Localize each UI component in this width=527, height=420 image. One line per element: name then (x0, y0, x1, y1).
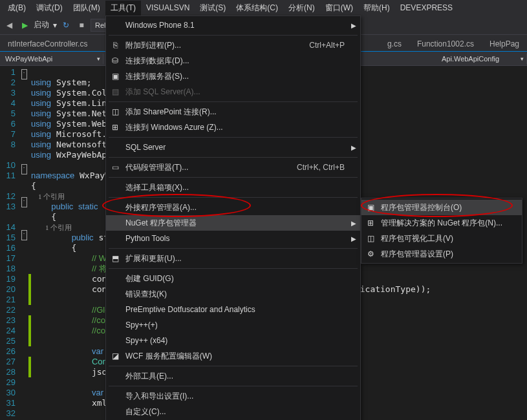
menu-label: Windows Phone 8.1 (125, 21, 195, 30)
refresh-icon[interactable]: ↻ (59, 19, 72, 32)
change-indicator (28, 315, 31, 346)
tools-menu-item[interactable]: ⊞连接到 Windows Azure (Z)... (106, 120, 360, 135)
namespace-dropdown[interactable]: WxPayWebApi (0, 54, 103, 64)
menu-label: Spy++(+) (125, 320, 158, 330)
menu-label: 连接到数据库(D)... (125, 56, 189, 67)
menu-test[interactable]: 测试(S) (195, 1, 231, 16)
tools-menu-item[interactable]: 外接程序管理器(A)... (106, 200, 360, 215)
tools-menu-item[interactable]: ▣连接到服务器(S)... (106, 68, 360, 84)
menu-icon: ▣ (365, 203, 376, 212)
tools-menu-item[interactable]: Python Tools▶ (106, 231, 360, 246)
menu-label: 程序包可视化工具(V) (381, 233, 453, 244)
menu-label: 自定义(C)... (125, 406, 166, 417)
file-tab[interactable]: HelpPag (482, 37, 527, 51)
nuget-submenu-item[interactable]: ⚙程序包管理器设置(P) (361, 246, 522, 262)
menu-label: 错误查找(K) (125, 289, 167, 300)
menu-label: WCF 服务配置编辑器(W) (125, 351, 212, 362)
file-tab[interactable]: Function1002.cs (409, 37, 482, 51)
menu-label: 添加 SharePoint 连接(R)... (125, 107, 217, 118)
menu-label: NuGet 程序包管理器 (125, 218, 197, 229)
menu-icon: ⊞ (365, 218, 376, 227)
menu-icon: ⚙ (365, 249, 376, 258)
menu-label: 附加到进程(P)... (125, 40, 181, 51)
menu-help[interactable]: 帮助(H) (358, 1, 395, 16)
tools-menu-item[interactable]: SQL Server▶ (106, 140, 360, 155)
menu-icon: ◫ (365, 234, 376, 243)
nuget-submenu: ▣程序包管理器控制台(O)⊞管理解决方案的 NuGet 程序包(N)...◫程序… (361, 198, 522, 264)
menu-label: 管理解决方案的 NuGet 程序包(N)... (381, 218, 502, 229)
fold-gutter[interactable]: - --- (19, 66, 28, 420)
tools-menu-item: ▤添加 SQL Server(A)... (106, 84, 360, 100)
menu-tools[interactable]: 工具(T) (105, 1, 141, 16)
class-dropdown[interactable]: Api.WebApiConfig (436, 54, 527, 64)
tools-menu-item[interactable]: 创建 GUID(G) (106, 271, 360, 286)
tools-menu-item[interactable]: 选择工具箱项(X)... (106, 180, 360, 195)
menu-label: 选择工具箱项(X)... (125, 182, 189, 193)
start-icon[interactable]: ▶ (18, 19, 31, 32)
menu-label: 连接到 Windows Azure (Z)... (125, 122, 223, 133)
menu-label: Spy++ (x64) (125, 336, 167, 345)
menu-debug[interactable]: 调试(D) (31, 1, 68, 16)
submenu-arrow-icon: ▶ (351, 144, 356, 151)
menu-team[interactable]: 团队(M) (68, 1, 105, 16)
menu-label: 添加 SQL Server(A)... (125, 87, 200, 98)
tools-menu-item[interactable]: NuGet 程序包管理器▶ (106, 215, 360, 231)
submenu-arrow-icon: ▶ (351, 235, 356, 242)
change-indicator (28, 274, 31, 305)
menu-shortcut: Ctrl+K, Ctrl+B (277, 163, 345, 172)
tools-menu: Windows Phone 8.1▶⎘附加到进程(P)...Ctrl+Alt+P… (105, 16, 361, 420)
menu-icon: ⊞ (110, 123, 120, 132)
tools-menu-item[interactable]: ⎘附加到进程(P)...Ctrl+Alt+P (106, 37, 360, 53)
menu-icon: ⛁ (110, 56, 120, 65)
line-gutter: 12345678 1011 1213 1415 1617181920212223… (0, 66, 19, 420)
menu-label: 创建 GUID(G) (125, 273, 174, 284)
tools-menu-item[interactable]: ⛁连接到数据库(D)... (106, 53, 360, 68)
menu-label: 扩展和更新(U)... (125, 253, 182, 264)
start-label[interactable]: 启动 (34, 19, 49, 30)
tools-menu-item[interactable]: 外部工具(E)... (106, 368, 360, 384)
stop-icon[interactable]: ■ (75, 19, 88, 32)
menu-icon: ⎘ (110, 41, 120, 50)
menu-label: Python Tools (125, 234, 170, 243)
menu-label: SQL Server (125, 143, 166, 152)
submenu-arrow-icon: ▶ (351, 22, 356, 29)
tools-menu-item[interactable]: ◪WCF 服务配置编辑器(W) (106, 348, 360, 364)
tools-menu-item[interactable]: Spy++ (x64) (106, 333, 360, 348)
menu-analyze[interactable]: 分析(N) (283, 1, 320, 16)
menu-label: 外接程序管理器(A)... (125, 202, 197, 213)
file-tab[interactable]: ntInterfaceController.cs (0, 37, 95, 51)
tools-menu-item[interactable]: PreEmptive Dotfuscator and Analytics (106, 302, 360, 317)
tools-menu-item[interactable]: 错误查找(K) (106, 286, 360, 302)
menu-label: 导入和导出设置(I)... (125, 391, 193, 402)
menu-icon: ◫ (110, 107, 120, 116)
menu-label: 程序包管理器控制台(O) (381, 202, 462, 213)
menu-shortcut: Ctrl+Alt+P (290, 41, 345, 50)
tools-menu-item[interactable]: 导入和导出设置(I)... (106, 388, 360, 404)
menu-architecture[interactable]: 体系结构(C) (231, 1, 283, 16)
tools-menu-item[interactable]: 自定义(C)... (106, 404, 360, 419)
menu-label: PreEmptive Dotfuscator and Analytics (125, 305, 255, 314)
nuget-submenu-item[interactable]: ◫程序包可视化工具(V) (361, 231, 522, 246)
menu-devexpress[interactable]: DEVEXPRESS (395, 1, 458, 14)
menu-icon: ◪ (110, 352, 120, 361)
back-icon[interactable]: ◀ (3, 19, 16, 32)
menu-icon: ▭ (110, 163, 120, 172)
submenu-arrow-icon: ▶ (351, 220, 356, 227)
tools-menu-item[interactable]: ◫添加 SharePoint 连接(R)... (106, 104, 360, 120)
tools-menu-item[interactable]: ⬒扩展和更新(U)... (106, 251, 360, 266)
nuget-submenu-item[interactable]: ▣程序包管理器控制台(O) (361, 200, 522, 215)
file-tab[interactable]: g.cs (380, 37, 409, 51)
menu-icon: ⬒ (110, 254, 120, 263)
menu-bar: 成(B) 调试(D) 团队(M) 工具(T) VISUALSVN 测试(S) 体… (0, 0, 527, 16)
change-indicator (28, 357, 31, 377)
menu-window[interactable]: 窗口(W) (320, 1, 358, 16)
menu-icon: ▣ (110, 72, 120, 81)
menu-build[interactable]: 成(B) (3, 1, 31, 16)
tools-menu-item[interactable]: Spy++(+) (106, 317, 360, 333)
menu-label: 代码段管理器(T)... (125, 162, 188, 173)
tools-menu-item[interactable]: ▭代码段管理器(T)...Ctrl+K, Ctrl+B (106, 160, 360, 175)
nuget-submenu-item[interactable]: ⊞管理解决方案的 NuGet 程序包(N)... (361, 215, 522, 231)
menu-label: 程序包管理器设置(P) (381, 249, 453, 260)
menu-visualsvn[interactable]: VISUALSVN (141, 1, 195, 14)
tools-menu-item[interactable]: Windows Phone 8.1▶ (106, 17, 360, 33)
